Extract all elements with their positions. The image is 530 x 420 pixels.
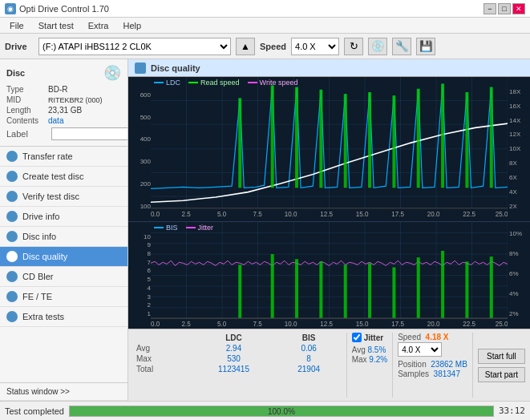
write-speed-legend-label: Write speed <box>260 79 298 87</box>
drive-info-icon <box>6 211 18 222</box>
stats-table: LDC BIS Avg 2.94 0.06 Max 530 8 <box>133 333 342 374</box>
y-right-2x: 2X <box>509 203 517 210</box>
y-right-16x: 16X <box>509 103 520 110</box>
svg-text:17.5: 17.5 <box>391 321 404 328</box>
stats-buttons: Start full Start part <box>473 329 530 401</box>
svg-rect-68 <box>465 261 468 318</box>
svg-text:2.5: 2.5 <box>181 321 191 328</box>
bottom-chart-container: 10 9 8 7 6 5 4 3 2 1 <box>128 221 530 329</box>
samples-key: Samples <box>398 370 429 378</box>
y-left-300: 300 <box>140 158 151 165</box>
menu-extra[interactable]: Extra <box>82 19 115 32</box>
speed-select-drive[interactable]: 4.0 X 2.0 X 8.0 X <box>291 38 339 55</box>
eject-button[interactable]: ▲ <box>236 38 255 55</box>
svg-rect-21 <box>368 92 371 188</box>
stats-jitter: Jitter Avg 8.5% Max 9.2% <box>347 329 392 401</box>
svg-text:20.0: 20.0 <box>427 211 440 218</box>
y-right-4pct: 4% <box>509 290 519 297</box>
sidebar-item-disc-quality[interactable]: Disc quality <box>0 247 127 267</box>
minimize-button[interactable]: − <box>483 3 496 14</box>
sidebar: Disc 💿 Type BD-R MID RITEKBR2 (000) Leng… <box>0 59 128 401</box>
main-layout: Disc 💿 Type BD-R MID RITEKBR2 (000) Leng… <box>0 59 530 401</box>
disc-panel-icon: 💿 <box>103 64 121 82</box>
nav-label-verify-test-disc: Verify test disc <box>22 192 79 201</box>
disc-icon-btn[interactable]: 💿 <box>368 38 387 55</box>
legend-bis: BIS <box>154 224 178 232</box>
y-right-2pct: 2% <box>509 310 519 317</box>
menu-file[interactable]: File <box>3 19 30 32</box>
menu-help[interactable]: Help <box>116 19 148 32</box>
y-left-200: 200 <box>140 180 151 188</box>
position-val: 23862 MB <box>431 360 467 369</box>
drive-select[interactable]: (F:) ATAPI iHBS112 2 CL0K <box>38 38 231 55</box>
settings-button[interactable]: 🔧 <box>392 38 411 55</box>
close-button[interactable]: ✕ <box>512 3 525 14</box>
refresh-button[interactable]: ↻ <box>344 38 363 55</box>
titlebar: ◉ Opti Drive Control 1.70 − □ ✕ <box>0 0 530 18</box>
type-label: Type <box>6 85 48 94</box>
svg-rect-24 <box>441 83 444 188</box>
stats-total-ldc: 1123415 <box>191 364 276 374</box>
svg-text:15.0: 15.0 <box>356 211 369 218</box>
svg-text:7.5: 7.5 <box>253 321 262 328</box>
sidebar-item-disc-info[interactable]: Disc info <box>0 227 127 247</box>
top-chart-container: 600 500 400 300 200 100 LDC <box>128 77 530 221</box>
label-field-label: Label <box>6 129 48 139</box>
disc-type-row: Type BD-R <box>6 85 121 94</box>
stats-row-max: Max 530 8 <box>133 353 342 364</box>
jitter-max-value: 9.2% <box>369 355 387 364</box>
stats-row-total: Total 1123415 21904 <box>133 364 342 374</box>
sidebar-item-extra-tests[interactable]: Extra tests <box>0 307 127 327</box>
save-button[interactable]: 💾 <box>416 38 435 55</box>
label-input[interactable] <box>51 127 128 140</box>
app-icon: ◉ <box>5 3 16 14</box>
sidebar-item-transfer-rate[interactable]: Transfer rate <box>0 147 127 167</box>
svg-rect-69 <box>490 256 493 318</box>
svg-text:0.0: 0.0 <box>151 321 160 328</box>
menu-start-test[interactable]: Start test <box>32 19 80 32</box>
jitter-checkbox[interactable] <box>352 333 362 342</box>
svg-rect-60 <box>271 254 274 318</box>
sidebar-item-create-test-disc[interactable]: Create test disc <box>0 167 127 187</box>
top-chart-y-right: 18X 16X 14X 12X 10X 8X 6X 4X 2X <box>508 77 530 221</box>
svg-rect-16 <box>238 98 241 188</box>
svg-rect-19 <box>319 90 322 188</box>
svg-text:22.5: 22.5 <box>463 211 475 218</box>
titlebar-controls: − □ ✕ <box>483 3 525 14</box>
read-speed-legend-color <box>188 82 198 83</box>
top-chart-legend: LDC Read speed Write speed <box>154 79 297 87</box>
legend-ldc: LDC <box>154 79 180 87</box>
speed-label: Speed <box>260 42 286 51</box>
sidebar-item-status-window[interactable]: Status window >> <box>0 383 127 401</box>
ldc-legend-label: LDC <box>166 79 180 87</box>
create-test-disc-icon <box>6 171 18 182</box>
disc-quality-title: Disc quality <box>151 63 200 73</box>
nav-label-transfer-rate: Transfer rate <box>22 151 73 161</box>
speed-select-stats[interactable]: 4.0 X 2.0 X 8.0 X <box>398 342 442 357</box>
svg-rect-66 <box>417 257 420 318</box>
progress-text: 100.0% <box>70 406 493 418</box>
svg-text:25.0: 25.0 <box>496 211 508 218</box>
sidebar-item-drive-info[interactable]: Drive info <box>0 207 127 227</box>
sidebar-item-verify-test-disc[interactable]: Verify test disc <box>0 187 127 207</box>
disc-info-icon <box>6 231 18 242</box>
y-left-100: 100 <box>140 203 151 210</box>
ldc-legend-color <box>154 82 164 83</box>
bottom-chart-y-right: 10% 8% 6% 4% 2% <box>508 222 530 329</box>
progress-bar: 100.0% <box>69 406 494 417</box>
start-full-button[interactable]: Start full <box>478 349 525 364</box>
disc-quality-icon-header <box>135 63 146 74</box>
top-chart-svg: 0.0 2.5 5.0 7.5 10.0 12.5 15.0 17.5 20.0… <box>151 77 508 221</box>
start-part-button[interactable]: Start part <box>478 367 525 382</box>
maximize-button[interactable]: □ <box>498 3 511 14</box>
read-speed-legend-label: Read speed <box>200 79 240 87</box>
sidebar-item-fe-te[interactable]: FE / TE <box>0 287 127 307</box>
status-bar: Test completed 100.0% 33:12 <box>0 401 530 420</box>
bis-legend-color <box>154 227 164 228</box>
nav-label-disc-info: Disc info <box>22 232 56 241</box>
svg-text:12.5: 12.5 <box>320 321 333 328</box>
y-right-4x: 4X <box>509 188 517 196</box>
contents-value: data <box>48 116 63 125</box>
bottom-chart-svg-area: BIS Jitter <box>151 222 508 329</box>
sidebar-item-cd-bler[interactable]: CD Bler <box>0 267 127 287</box>
